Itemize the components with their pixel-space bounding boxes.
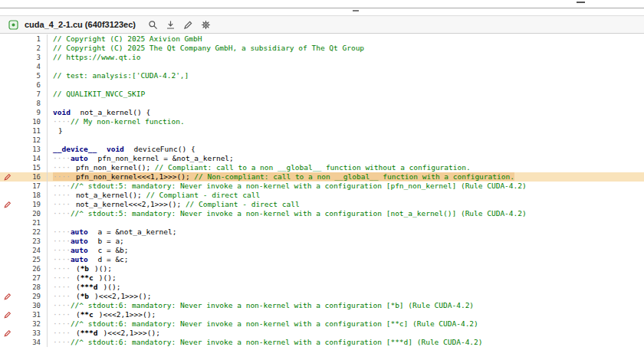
code-line[interactable]: 17····//^ stdout:5: mandatory: Never inv…: [0, 182, 644, 191]
code-line[interactable]: 15····pfn_non_kernel(); // Compliant: ca…: [0, 163, 644, 172]
line-number[interactable]: 18: [15, 191, 48, 200]
line-number[interactable]: 9: [15, 108, 48, 117]
marker-spacer: [0, 145, 15, 154]
code-line[interactable]: 29····(*b)<<<2,1>>>();: [0, 292, 644, 301]
line-number[interactable]: 24: [15, 246, 48, 255]
line-number[interactable]: 25: [15, 255, 48, 264]
line-number[interactable]: 15: [15, 163, 48, 172]
line-number[interactable]: 23: [15, 237, 48, 246]
code-text: ····pfn_non_kernel<<<1,1>>>(); // Non-co…: [48, 172, 514, 182]
code-line[interactable]: 25····auto d = &c;: [0, 255, 644, 264]
line-number[interactable]: 13: [15, 145, 48, 154]
code-text: ····auto d = &c;: [48, 255, 129, 264]
code-line[interactable]: 16····pfn_non_kernel<<<1,1>>>(); // Non-…: [0, 172, 644, 182]
code-line[interactable]: 8: [0, 99, 644, 108]
code-line[interactable]: 3// https://www.qt.io: [0, 53, 644, 62]
code-line[interactable]: 5// test: analysis:['CUDA-4.2',]: [0, 71, 644, 80]
line-number[interactable]: 20: [15, 209, 48, 218]
code-text: ····auto c = &b;: [48, 246, 129, 255]
code-line[interactable]: 1// Copyright (C) 2025 Axivion GmbH: [0, 34, 644, 44]
line-number[interactable]: 28: [15, 283, 48, 292]
line-number[interactable]: 19: [15, 200, 48, 209]
line-number[interactable]: 11: [15, 126, 48, 136]
code-text: // Copyright (C) 2025 The Qt Company Gmb…: [48, 44, 364, 53]
code-line[interactable]: 4: [0, 62, 644, 71]
code-text: ····(***d)();: [48, 283, 120, 292]
code-line[interactable]: 11}: [0, 126, 644, 136]
edit-marker-icon[interactable]: [0, 310, 15, 319]
code-text: __device__ void deviceFunc() {: [48, 145, 196, 154]
file-title: cuda_4_2-1.cu (640f3123ec): [25, 20, 136, 29]
code-line[interactable]: 14····auto pfn_non_kernel = &not_a_kerne…: [0, 154, 644, 163]
marker-spacer: [0, 273, 15, 283]
line-number[interactable]: 5: [15, 71, 48, 80]
line-number[interactable]: 26: [15, 264, 48, 273]
code-line[interactable]: 18····not_a_kernel(); // Compliant - dir…: [0, 191, 644, 200]
line-number[interactable]: 8: [15, 99, 48, 108]
line-number[interactable]: 4: [15, 62, 48, 71]
line-number[interactable]: 29: [15, 292, 48, 301]
code-line[interactable]: 10····// My non-kernel function.: [0, 117, 644, 126]
code-line[interactable]: 12: [0, 136, 644, 145]
code-text: }: [48, 126, 63, 136]
search-icon[interactable]: [147, 18, 159, 31]
code-line[interactable]: 19····not_a_kernel<<<2,1>>>(); // Compli…: [0, 200, 644, 209]
marker-spacer: [0, 154, 15, 163]
code-line[interactable]: 22····auto a = &not_a_kernel;: [0, 227, 644, 237]
code-line[interactable]: 9void not_a_kernel() {: [0, 108, 644, 117]
line-number[interactable]: 6: [15, 80, 48, 90]
code-line[interactable]: 20····//^ stdout:5: mandatory: Never inv…: [0, 209, 644, 218]
line-number[interactable]: 3: [15, 53, 48, 62]
code-line[interactable]: 26····(*b)();: [0, 264, 644, 273]
line-number[interactable]: 21: [15, 218, 48, 227]
line-number[interactable]: 31: [15, 310, 48, 319]
code-line[interactable]: 34····//^ stdout:6: mandatory: Never inv…: [0, 338, 644, 347]
code-text: [48, 136, 53, 145]
edit-marker-icon[interactable]: [0, 172, 15, 182]
edit-icon[interactable]: [182, 18, 195, 31]
line-number[interactable]: 7: [15, 90, 48, 99]
code-line[interactable]: 7// QUALIKIT_NVCC_SKIP: [0, 90, 644, 99]
line-number[interactable]: 34: [15, 338, 48, 347]
code-line[interactable]: 2// Copyright (C) 2025 The Qt Company Gm…: [0, 44, 644, 53]
line-number[interactable]: 1: [15, 34, 48, 44]
line-number[interactable]: 10: [15, 117, 48, 126]
edit-marker-icon[interactable]: [0, 292, 15, 301]
code-line[interactable]: 30····//^ stdout:6: mandatory: Never inv…: [0, 301, 644, 310]
marker-spacer: [0, 338, 15, 347]
code-text: ····// My non-kernel function.: [48, 117, 185, 126]
code-line[interactable]: 33····(***d)<<<2,1>>>();: [0, 329, 644, 338]
code-text: ····auto a = &not_a_kernel;: [48, 227, 176, 237]
code-text: ····//^ stdout:6: mandatory: Never invok…: [48, 319, 478, 329]
code-line[interactable]: 13__device__ void deviceFunc() {: [0, 145, 644, 154]
gear-icon[interactable]: [200, 18, 212, 31]
code-line[interactable]: 32····//^ stdout:6: mandatory: Never inv…: [0, 319, 644, 329]
code-line[interactable]: 24····auto c = &b;: [0, 246, 644, 255]
code-text: ····(*b)<<<2,1>>>();: [48, 292, 151, 301]
code-line[interactable]: 28····(***d)();: [0, 283, 644, 292]
line-number[interactable]: 2: [15, 44, 48, 53]
download-icon[interactable]: [165, 18, 177, 31]
code-area[interactable]: 1// Copyright (C) 2025 Axivion GmbH2// C…: [0, 34, 644, 347]
code-line[interactable]: 23····auto b = a;: [0, 237, 644, 246]
marker-spacer: [0, 126, 15, 136]
line-number[interactable]: 17: [15, 182, 48, 191]
code-text: ····pfn_non_kernel(); // Compliant: call…: [48, 163, 471, 172]
line-number[interactable]: 22: [15, 227, 48, 237]
line-number[interactable]: 33: [15, 329, 48, 338]
line-number[interactable]: 32: [15, 319, 48, 329]
line-number[interactable]: 27: [15, 273, 48, 283]
code-line[interactable]: 21: [0, 218, 644, 227]
line-number[interactable]: 30: [15, 301, 48, 310]
line-number[interactable]: 16: [15, 172, 48, 182]
code-line[interactable]: 6: [0, 80, 644, 90]
line-number[interactable]: 14: [15, 154, 48, 163]
code-line[interactable]: 27····(**c)();: [0, 273, 644, 283]
marker-spacer: [0, 218, 15, 227]
top-divider-line: [0, 8, 644, 8]
line-number[interactable]: 12: [15, 136, 48, 145]
edit-marker-icon[interactable]: [0, 329, 15, 338]
edit-marker-icon[interactable]: [0, 200, 15, 209]
code-line[interactable]: 31····(**c)<<<2,1>>>();: [0, 310, 644, 319]
code-text: // https://www.qt.io: [48, 53, 140, 62]
